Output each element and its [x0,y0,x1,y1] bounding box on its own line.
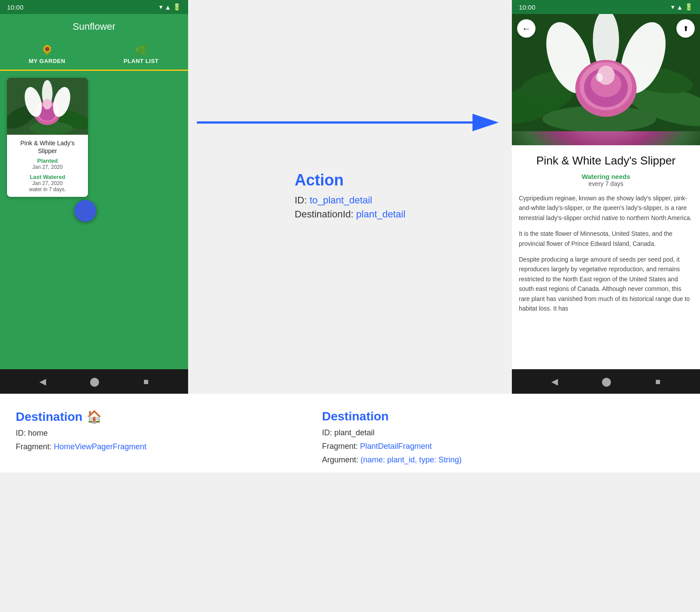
plant-detail-body: Pink & White Lady's Slipper Watering nee… [512,145,700,369]
dest-right-argument-value: (name: plant_id, type: String) [360,455,462,464]
svg-point-27 [596,73,603,82]
last-watered-label: Last Watered [12,174,83,180]
action-id-row: ID: to_plant_detail [294,195,405,206]
app-title: Sunflower [0,14,188,39]
status-icons-right: ▾ ▲ 🔋 [671,3,693,11]
nav-bar-right: ◀ ⬤ ■ [512,369,700,394]
dest-right-argument-row: Argument: (name: plant_id, type: String) [322,454,684,466]
destination-right-title: Destination [322,409,684,423]
bottom-section: Destination 🏠 ID: home Fragment: HomeVie… [0,394,700,472]
detail-plant-name: Pink & White Lady's Slipper [519,154,693,168]
destination-left: Destination 🏠 ID: home Fragment: HomeVie… [9,402,197,464]
tab-plant-list[interactable]: 🌿 PLANT LIST [94,39,188,70]
share-icon: ⬆ [683,24,689,33]
back-button[interactable]: ← [517,19,536,38]
watering-needs-value: every 7 days [519,180,693,187]
signal-icon: ▲ [164,3,171,11]
phone-left: 10:00 ▾ ▲ 🔋 Sunflower 🌻 MY GARDEN 🌿 [0,0,188,394]
nav-bar-left: ◀ ⬤ ■ [0,369,188,394]
dest-right-fragment-label: Fragment: [322,442,360,451]
plant-card[interactable]: Pink & White Lady's Slipper Planted Jan … [7,78,88,197]
bottom-spacer [197,402,315,464]
signal-icon-right: ▲ [676,3,683,11]
dest-right-id-row: ID: plant_detail [322,427,684,439]
dest-left-id-row: ID: home [16,427,190,439]
status-icons-left: ▾ ▲ 🔋 [159,3,181,11]
phone-right: 10:00 ▾ ▲ 🔋 [512,0,700,394]
destination-left-title: Destination 🏠 [16,409,190,424]
dest-left-fragment-label: Fragment: [16,442,54,451]
tab-bar: 🌻 MY GARDEN 🌿 PLANT LIST [0,39,188,71]
recents-nav-left[interactable]: ■ [144,377,149,387]
share-button[interactable]: ⬆ [676,19,695,38]
tap-indicator [74,200,96,222]
action-dest-value: plant_detail [356,209,406,220]
last-watered-date: Jan 27, 2020 [12,180,83,186]
dest-right-argument-label: Argument: [322,455,360,464]
destination-right: Destination ID: plant_detail Fragment: P… [315,402,691,464]
wifi-icon: ▾ [159,3,163,11]
tab-my-garden[interactable]: 🌻 MY GARDEN [0,39,94,71]
svg-point-10 [43,99,52,109]
dest-left-fragment-value: HomeViewPagerFragment [54,442,147,451]
back-icon: ← [522,24,531,34]
water-note: water in 7 days. [12,186,83,192]
dest-left-fragment-row: Fragment: HomeViewPagerFragment [16,441,190,453]
dest-right-id-value: plant_detail [334,428,374,437]
plant-description: Cypripedium reginae, known as the showy … [519,193,693,313]
garden-content: Pink & White Lady's Slipper Planted Jan … [0,71,188,369]
planted-date: Jan 27, 2020 [12,164,83,170]
plant-list-icon: 🌿 [135,45,147,56]
action-id-label: ID: [294,195,309,206]
planted-label: Planted [12,157,83,164]
wifi-icon-right: ▾ [671,3,675,11]
back-nav-right[interactable]: ◀ [551,376,558,387]
battery-icon: 🔋 [173,3,181,11]
battery-icon-right: 🔋 [685,3,693,11]
plant-detail-image: ← ⬆ [512,14,700,145]
dest-right-id-label: ID: [322,428,334,437]
description-para-3: Despite producing a large amount of seed… [519,255,693,313]
status-bar-left: 10:00 ▾ ▲ 🔋 [0,0,188,14]
action-box: Action ID: to_plant_detail DestinationId… [294,171,405,223]
home-nav-right[interactable]: ⬤ [602,376,611,387]
description-para-2: It is the state flower of Minnesota, Uni… [519,229,693,248]
garden-icon: 🌻 [41,45,53,56]
dest-left-id-value: home [28,429,48,437]
action-title: Action [294,171,405,189]
description-para-1: Cypripedium reginae, known as the showy … [519,193,693,223]
home-nav-left[interactable]: ⬤ [90,376,99,387]
dest-right-fragment-value: PlantDetailFragment [360,442,432,451]
recents-nav-right[interactable]: ■ [655,377,661,387]
action-area: Action ID: to_plant_detail DestinationId… [188,0,512,394]
watering-needs-label: Watering needs [519,173,693,180]
plant-card-image [7,78,88,135]
dest-left-id-label: ID: [16,429,28,437]
dest-right-fragment-row: Fragment: PlantDetailFragment [322,441,684,452]
plant-card-body: Pink & White Lady's Slipper Planted Jan … [7,135,88,197]
time-left: 10:00 [7,3,24,11]
home-destination-icon: 🏠 [87,409,102,424]
action-id-value: to_plant_detail [310,195,372,206]
time-right: 10:00 [519,3,536,11]
status-bar-right: 10:00 ▾ ▲ 🔋 [512,0,700,14]
action-dest-label: DestinationId: [294,209,356,220]
plant-card-name: Pink & White Lady's Slipper [12,139,83,155]
action-dest-row: DestinationId: plant_detail [294,209,405,220]
back-nav-left[interactable]: ◀ [39,376,46,387]
